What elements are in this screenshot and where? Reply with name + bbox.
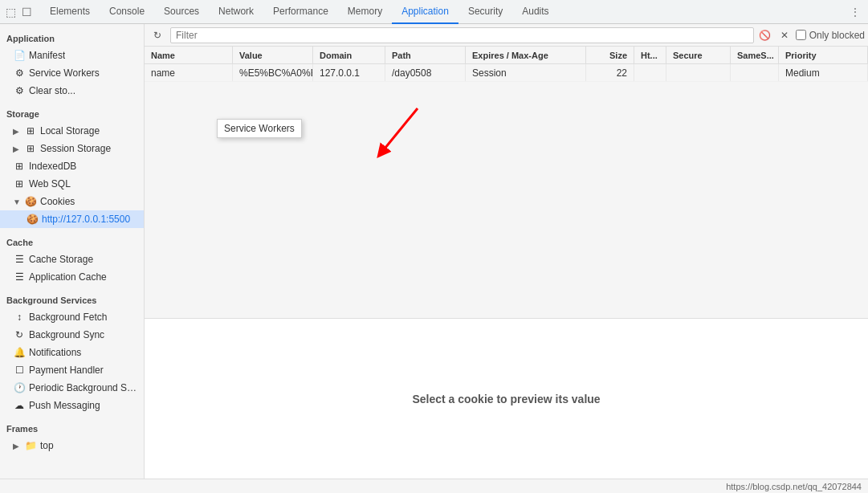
status-bar: https://blog.csdp.net/qq_42072844 [0, 479, 868, 493]
push-messaging-icon: ☁ [13, 399, 26, 412]
sidebar-item-bg-sync[interactable]: ↻ Background Sync [0, 326, 144, 344]
cell-expires: Session [466, 64, 586, 81]
bg-services-section-header: Background Services [0, 292, 144, 308]
cell-priority: Medium [779, 64, 868, 81]
tab-console[interactable]: Console [100, 0, 154, 24]
bg-sync-icon: ↻ [13, 328, 26, 341]
notifications-label: Notifications [29, 347, 81, 358]
local-storage-label: Local Storage [40, 125, 100, 136]
sidebar-item-manifest[interactable]: 📄 Manifest [0, 47, 144, 64]
main-content: Application 📄 Manifest ⚙ Service Workers… [0, 24, 868, 479]
sidebar-item-cookies-url[interactable]: 🍪 http://127.0.0.1:5500 [0, 210, 144, 228]
cookies-label: Cookies [40, 196, 75, 207]
manifest-icon: 📄 [13, 49, 26, 62]
cell-size: 22 [586, 64, 634, 81]
col-header-ht[interactable]: Ht... [634, 47, 666, 63]
periodic-bg-sync-label: Periodic Background Sync [29, 382, 137, 393]
col-header-samesites[interactable]: SameS... [731, 47, 779, 63]
periodic-bg-sync-icon: 🕐 [13, 381, 26, 394]
expand-icon2: ▶ [13, 145, 22, 153]
cache-storage-icon: ☰ [13, 253, 26, 266]
sidebar-item-cache-storage[interactable]: ☰ Cache Storage [0, 251, 144, 268]
cell-secure [666, 64, 731, 81]
panel-wrapper: ↻ 🚫 ✕ Only blocked Name Value Domain Pat… [145, 24, 868, 479]
storage-section-header: Storage [0, 106, 144, 122]
col-header-path[interactable]: Path [385, 47, 466, 63]
cell-name: name [145, 64, 233, 81]
table-container: Name Value Domain Path Expires / Max-Age… [145, 47, 868, 318]
web-sql-icon: ⊞ [13, 177, 26, 190]
tab-sources[interactable]: Sources [154, 0, 209, 24]
cell-samesites [731, 64, 779, 81]
tab-elements[interactable]: Elements [40, 0, 100, 24]
panel-toolbar: ↻ 🚫 ✕ Only blocked [145, 24, 868, 47]
tab-bar: ⬚ ☐ Elements Console Sources Network Per… [0, 0, 868, 24]
cell-path: /day0508 [385, 64, 466, 81]
col-header-expires[interactable]: Expires / Max-Age [466, 47, 586, 63]
sidebar-item-push-messaging[interactable]: ☁ Push Messaging [0, 397, 144, 414]
manifest-label: Manifest [29, 50, 65, 61]
cache-section-header: Cache [0, 234, 144, 251]
sidebar-item-periodic-bg-sync[interactable]: 🕐 Periodic Background Sync [0, 379, 144, 397]
session-storage-label: Session Storage [40, 143, 111, 154]
session-storage-icon: ⊞ [24, 142, 37, 155]
col-header-domain[interactable]: Domain [313, 47, 385, 63]
notifications-icon: 🔔 [13, 346, 26, 359]
sidebar-item-cookies[interactable]: ▼ 🍪 Cookies [0, 193, 144, 210]
tab-audits[interactable]: Audits [512, 0, 558, 24]
sidebar-item-notifications[interactable]: 🔔 Notifications [0, 344, 144, 361]
indexed-db-label: IndexedDB [29, 161, 76, 172]
col-header-secure[interactable]: Secure [666, 47, 731, 63]
col-header-size[interactable]: Size [586, 47, 634, 63]
expand-icon: ▶ [13, 127, 22, 136]
payment-handler-icon: ☐ [13, 364, 26, 377]
filter-input[interactable] [170, 27, 754, 43]
application-section-header: Application [0, 31, 144, 47]
clear-storage-icon: ⚙ [13, 84, 26, 97]
tab-memory[interactable]: Memory [338, 0, 392, 24]
refresh-button[interactable]: ↻ [148, 26, 167, 45]
clear-button[interactable]: ✕ [776, 27, 793, 43]
only-blocked-checkbox[interactable] [796, 30, 806, 40]
sidebar-item-web-sql[interactable]: ⊞ Web SQL [0, 175, 144, 193]
bg-sync-label: Background Sync [29, 329, 104, 340]
expand-icon3: ▼ [13, 198, 22, 206]
device-icon[interactable]: ☐ [19, 5, 34, 19]
block-icon[interactable]: 🚫 [757, 27, 773, 43]
sidebar-item-session-storage[interactable]: ▶ ⊞ Session Storage [0, 140, 144, 157]
sidebar-item-payment-handler[interactable]: ☐ Payment Handler [0, 361, 144, 379]
tab-network[interactable]: Network [209, 0, 263, 24]
col-header-priority[interactable]: Priority [779, 47, 868, 63]
cache-storage-label: Cache Storage [29, 254, 93, 265]
col-header-name[interactable]: Name [145, 47, 233, 63]
table-body: name %E5%BC%A0%E... 127.0.0.1 /day0508 S… [145, 64, 868, 318]
cookies-url-label: http://127.0.0.1:5500 [42, 214, 130, 225]
devtools-container: ⬚ ☐ Elements Console Sources Network Per… [0, 0, 868, 493]
tab-bar-icons: ⬚ ☐ [3, 5, 34, 19]
tab-performance[interactable]: Performance [263, 0, 338, 24]
indexed-db-icon: ⊞ [13, 160, 26, 173]
sidebar-item-service-workers[interactable]: ⚙ Service Workers [0, 64, 144, 82]
web-sql-label: Web SQL [29, 178, 71, 189]
sidebar-item-clear-storage[interactable]: ⚙ Clear sto... [0, 82, 144, 100]
cookies-icon: 🍪 [24, 195, 37, 208]
frames-section-header: Frames [0, 421, 144, 437]
sidebar-item-local-storage[interactable]: ▶ ⊞ Local Storage [0, 122, 144, 140]
expand-icon4: ▶ [13, 442, 22, 450]
sidebar-item-bg-fetch[interactable]: ↕ Background Fetch [0, 308, 144, 326]
col-header-value[interactable]: Value [233, 47, 313, 63]
inspect-icon[interactable]: ⬚ [3, 5, 18, 19]
sidebar-item-application-cache[interactable]: ☰ Application Cache [0, 268, 144, 286]
bg-fetch-label: Background Fetch [29, 312, 107, 323]
bg-fetch-icon: ↕ [13, 311, 26, 324]
more-tabs-icon[interactable]: ⋮ [846, 2, 865, 22]
payment-handler-label: Payment Handler [29, 365, 104, 376]
sidebar-item-top[interactable]: ▶ 📁 top [0, 437, 144, 454]
status-url: https://blog.csdp.net/qq_42072844 [726, 482, 862, 491]
sidebar-item-indexed-db[interactable]: ⊞ IndexedDB [0, 157, 144, 175]
push-messaging-label: Push Messaging [29, 400, 100, 411]
table-row[interactable]: name %E5%BC%A0%E... 127.0.0.1 /day0508 S… [145, 64, 868, 82]
table-header: Name Value Domain Path Expires / Max-Age… [145, 47, 868, 64]
tab-security[interactable]: Security [458, 0, 512, 24]
tab-application[interactable]: Application [392, 0, 458, 24]
